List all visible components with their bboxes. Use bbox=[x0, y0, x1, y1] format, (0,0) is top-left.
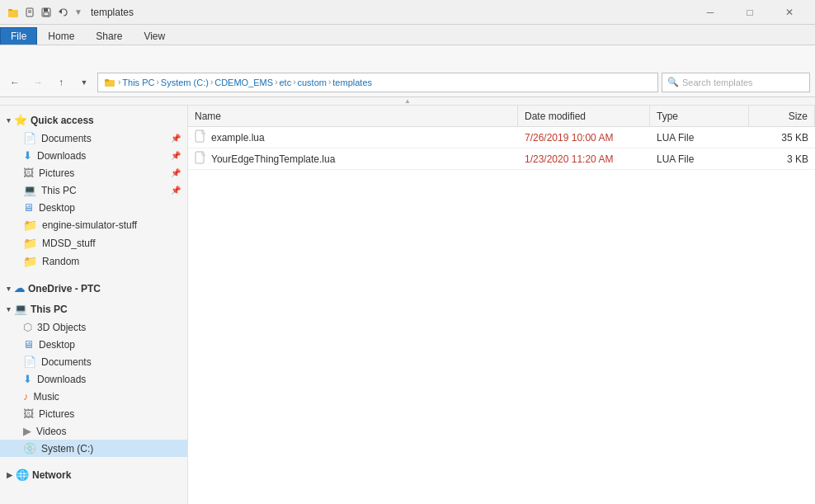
ribbon: File Home Share View bbox=[0, 25, 815, 68]
table-row[interactable]: example.lua 7/26/2019 10:00 AM LUA File … bbox=[188, 127, 815, 148]
file-date-0: 7/26/2019 10:00 AM bbox=[518, 132, 650, 144]
downloads-icon-pc: ⬇ bbox=[23, 373, 32, 385]
path-cdemo-ems[interactable]: CDEMO_EMS bbox=[214, 78, 273, 87]
file-list: example.lua 7/26/2019 10:00 AM LUA File … bbox=[188, 127, 815, 504]
forward-button[interactable]: → bbox=[28, 73, 48, 92]
quick-access-toolbar-undo[interactable] bbox=[56, 6, 69, 19]
sidebar-item-engine-sim[interactable]: 📁 engine-simulator-stuff bbox=[0, 216, 187, 234]
folder-icon-engine: 📁 bbox=[23, 219, 37, 232]
onedrive-label: OneDrive - PTC bbox=[28, 283, 101, 294]
docs-icon-pc: 📄 bbox=[23, 356, 36, 368]
pin-icon-this-pc: 📌 bbox=[171, 186, 181, 195]
sidebar-item-documents[interactable]: 📄 Documents 📌 bbox=[0, 130, 187, 147]
path-sep-5: › bbox=[293, 78, 295, 87]
file-size-text-1: 3 KB bbox=[787, 153, 808, 165]
dropdown-arrow[interactable]: ▼ bbox=[74, 7, 82, 16]
quick-access-label: Quick access bbox=[31, 115, 94, 126]
desktop-icon-pc: 🖥 bbox=[23, 338, 34, 351]
sidebar-label-desktop: Desktop bbox=[39, 339, 75, 351]
col-header-date[interactable]: Date modified bbox=[518, 106, 650, 126]
quick-access-toolbar-save[interactable] bbox=[40, 6, 53, 19]
sidebar-label-music: Music bbox=[34, 391, 59, 403]
sidebar-item-downloads[interactable]: ⬇ Downloads 📌 bbox=[0, 147, 187, 164]
path-this-pc[interactable]: This PC bbox=[122, 78, 154, 87]
onedrive-icon: ☁ bbox=[14, 282, 25, 294]
col-header-type[interactable]: Type bbox=[650, 106, 749, 126]
address-path[interactable]: › This PC › System (C:) › CDEMO_EMS › et… bbox=[97, 73, 658, 92]
sidebar-item-pictures-pc[interactable]: 🖼 Pictures bbox=[0, 405, 187, 422]
file-size-text-0: 35 KB bbox=[781, 132, 808, 144]
file-name-text-1: YourEdgeThingTemplate.lua bbox=[211, 153, 335, 165]
sidebar-label-documents: Documents bbox=[41, 133, 92, 144]
search-box[interactable]: 🔍 Search templates bbox=[662, 73, 810, 92]
address-bar: ← → ↑ ▼ › This PC › System (C:) › CDEMO_… bbox=[0, 68, 815, 97]
sidebar-item-pictures[interactable]: 🖼 Pictures 📌 bbox=[0, 164, 187, 181]
svg-rect-11 bbox=[105, 79, 109, 82]
pictures-icon-pc: 🖼 bbox=[23, 407, 34, 420]
tab-file[interactable]: File bbox=[0, 27, 37, 45]
sidebar-label-downloads-pc: Downloads bbox=[37, 374, 86, 385]
close-button[interactable]: ✕ bbox=[770, 2, 808, 22]
quick-access-toolbar-new[interactable] bbox=[23, 6, 36, 19]
window-controls: ─ □ ✕ bbox=[691, 2, 808, 22]
file-name-0: example.lua bbox=[188, 130, 518, 145]
pin-icon-downloads: 📌 bbox=[171, 151, 181, 160]
file-date-text-1: 1/23/2020 11:20 AM bbox=[525, 153, 613, 165]
star-icon: ⭐ bbox=[14, 114, 27, 126]
table-row[interactable]: YourEdgeThingTemplate.lua 1/23/2020 11:2… bbox=[188, 148, 815, 170]
search-icon: 🔍 bbox=[667, 77, 679, 87]
sidebar-item-desktop[interactable]: 🖥 Desktop bbox=[0, 336, 187, 353]
path-system-c[interactable]: System (C:) bbox=[161, 78, 209, 87]
sidebar-item-3d[interactable]: ⬡ 3D Objects bbox=[0, 318, 187, 336]
file-icon-0 bbox=[195, 130, 206, 145]
sidebar-label-system-c: System (C:) bbox=[41, 443, 93, 455]
sidebar-item-random[interactable]: 📁 Random bbox=[0, 252, 187, 271]
col-name-label: Name bbox=[195, 111, 221, 122]
up-button[interactable]: ↑ bbox=[51, 73, 71, 92]
sidebar-label-random: Random bbox=[42, 256, 79, 267]
downloads-icon: ⬇ bbox=[23, 149, 32, 162]
path-custom[interactable]: custom bbox=[298, 78, 327, 87]
sidebar-item-this-pc-quick[interactable]: 💻 This PC 📌 bbox=[0, 181, 187, 199]
this-pc-header[interactable]: ▾ 💻 This PC bbox=[0, 298, 187, 318]
sidebar-item-desktop-quick[interactable]: 🖥 Desktop bbox=[0, 199, 187, 216]
documents-icon: 📄 bbox=[23, 132, 36, 144]
path-sep-2: › bbox=[156, 78, 158, 87]
sidebar-item-documents-pc[interactable]: 📄 Documents bbox=[0, 353, 187, 370]
tab-home[interactable]: Home bbox=[37, 27, 85, 45]
quick-access-header[interactable]: ▾ ⭐ Quick access bbox=[0, 109, 187, 130]
3d-objects-icon: ⬡ bbox=[23, 321, 32, 333]
column-headers: Name Date modified Type Size bbox=[188, 106, 815, 127]
onedrive-header[interactable]: ▾ ☁ OneDrive - PTC bbox=[0, 277, 187, 298]
network-header[interactable]: ▶ 🌐 Network bbox=[0, 464, 187, 484]
sidebar-label-3d: 3D Objects bbox=[37, 322, 86, 333]
col-header-name[interactable]: Name bbox=[188, 106, 518, 126]
chevron-quick-access: ▾ bbox=[7, 116, 11, 125]
svg-rect-8 bbox=[44, 12, 49, 16]
maximize-button[interactable]: □ bbox=[731, 2, 769, 22]
sidebar-item-system-c[interactable]: 💿 System (C:) bbox=[0, 440, 187, 457]
sidebar-item-music[interactable]: ♪ Music bbox=[0, 388, 187, 405]
recent-locations-button[interactable]: ▼ bbox=[74, 73, 94, 92]
search-placeholder: Search templates bbox=[682, 78, 753, 87]
sidebar-label-this-pc-quick: This PC bbox=[41, 185, 77, 196]
sidebar-item-mdsd[interactable]: 📁 MDSD_stuff bbox=[0, 234, 187, 252]
sidebar-label-videos: Videos bbox=[36, 426, 66, 437]
col-header-size[interactable]: Size bbox=[749, 106, 815, 126]
music-icon: ♪ bbox=[23, 390, 29, 403]
col-type-label: Type bbox=[657, 111, 678, 122]
minimize-button[interactable]: ─ bbox=[691, 2, 729, 22]
path-etc[interactable]: etc bbox=[279, 78, 291, 87]
folder-icon-random: 📁 bbox=[23, 255, 37, 268]
videos-icon: ▶ bbox=[23, 425, 31, 437]
path-sep-1: › bbox=[118, 78, 120, 87]
sidebar-item-downloads-pc[interactable]: ⬇ Downloads bbox=[0, 370, 187, 388]
file-date-text-0: 7/26/2019 10:00 AM bbox=[525, 132, 613, 144]
tab-view[interactable]: View bbox=[133, 27, 176, 45]
tab-share[interactable]: Share bbox=[85, 27, 133, 45]
file-name-text-0: example.lua bbox=[211, 132, 265, 144]
col-date-label: Date modified bbox=[525, 111, 586, 122]
back-button[interactable]: ← bbox=[5, 73, 25, 92]
sidebar-item-videos[interactable]: ▶ Videos bbox=[0, 422, 187, 440]
path-templates[interactable]: templates bbox=[332, 78, 372, 87]
